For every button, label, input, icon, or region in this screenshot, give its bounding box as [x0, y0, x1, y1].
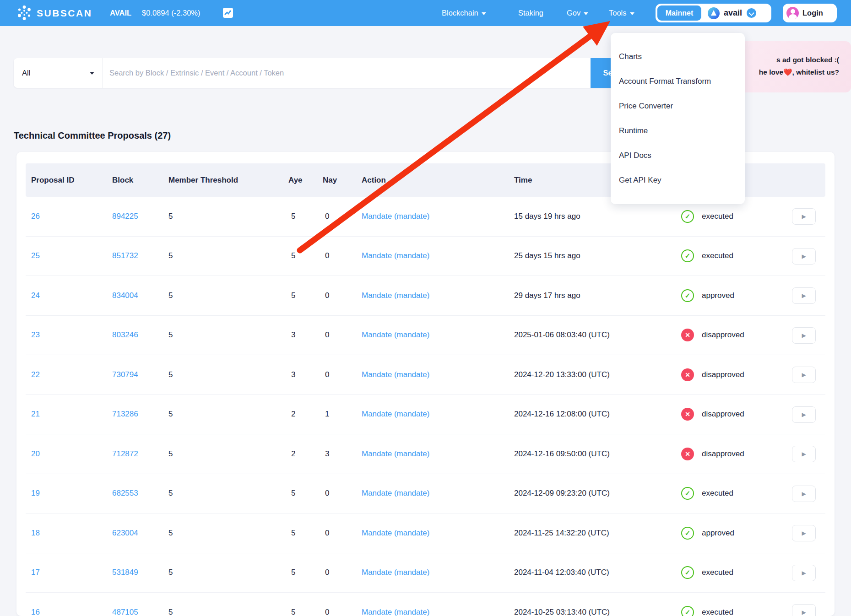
row-detail-button[interactable]: ▶ — [792, 208, 816, 225]
aye-count: 5 — [291, 568, 295, 577]
action-link[interactable]: Mandate (mandate) — [362, 330, 429, 340]
row-detail-button[interactable]: ▶ — [792, 287, 816, 304]
status-icon: ✕ — [681, 329, 694, 341]
row-detail-button[interactable]: ▶ — [792, 525, 816, 541]
menu-item-get-api-key[interactable]: Get API Key — [611, 168, 745, 193]
network-chevron-icon[interactable] — [747, 8, 756, 18]
row-detail-button[interactable]: ▶ — [792, 565, 816, 581]
status-label: executed — [702, 608, 733, 616]
row-detail-button[interactable]: ▶ — [792, 486, 816, 502]
action-link[interactable]: Mandate (mandate) — [362, 489, 429, 498]
nay-count: 0 — [325, 529, 329, 538]
proposal-id-link[interactable]: 16 — [31, 608, 40, 616]
header-aye: Aye — [288, 163, 303, 197]
block-link[interactable]: 623004 — [112, 529, 138, 538]
nav-blockchain[interactable]: Blockchain — [442, 0, 486, 26]
login-button[interactable]: Login — [783, 4, 837, 22]
action-link[interactable]: Mandate (mandate) — [362, 251, 429, 260]
search-input[interactable] — [103, 58, 591, 88]
menu-item-api-docs[interactable]: API Docs — [611, 143, 745, 168]
avail-logo-icon — [708, 7, 720, 19]
menu-item-account-format-transform[interactable]: Account Format Transform — [611, 69, 745, 94]
mainnet-button[interactable]: Mainnet — [657, 5, 701, 21]
block-link[interactable]: 834004 — [112, 291, 138, 300]
action-link[interactable]: Mandate (mandate) — [362, 410, 429, 419]
chevron-down-icon — [482, 12, 486, 15]
row-detail-button[interactable]: ▶ — [792, 604, 816, 616]
login-label: Login — [802, 9, 823, 17]
nay-count: 0 — [325, 370, 329, 379]
row-detail-button[interactable]: ▶ — [792, 446, 816, 462]
top-navbar: SUBSCAN AVAIL $0.0894 (-2.30%) Blockchai… — [0, 0, 851, 26]
member-threshold-value: 5 — [168, 212, 173, 221]
subscan-logo-icon[interactable] — [16, 5, 32, 21]
menu-item-charts[interactable]: Charts — [611, 44, 745, 69]
block-link[interactable]: 531849 — [112, 568, 138, 577]
action-link[interactable]: Mandate (mandate) — [362, 608, 429, 616]
status-icon: ✓ — [681, 487, 694, 500]
block-link[interactable]: 894225 — [112, 212, 138, 221]
action-link[interactable]: Mandate (mandate) — [362, 529, 429, 538]
status-badge: ✓ executed — [681, 606, 733, 616]
block-link[interactable]: 803246 — [112, 330, 138, 340]
proposal-id-link[interactable]: 23 — [31, 330, 40, 340]
menu-item-price-converter[interactable]: Price Converter — [611, 94, 745, 119]
block-link[interactable]: 730794 — [112, 370, 138, 379]
nav-staking[interactable]: Staking — [518, 0, 543, 26]
member-threshold-value: 5 — [168, 529, 173, 538]
header-nay: Nay — [323, 163, 337, 197]
price-chart-icon[interactable] — [223, 8, 233, 18]
proposal-id-link[interactable]: 25 — [31, 251, 40, 260]
chevron-down-icon — [630, 12, 634, 15]
block-link[interactable]: 713286 — [112, 410, 138, 419]
member-threshold-value: 5 — [168, 489, 173, 498]
member-threshold-value: 5 — [168, 251, 173, 260]
nay-count: 3 — [325, 449, 329, 459]
header-action: Action — [362, 163, 386, 197]
table-row: 18 623004 5 5 0 Mandate (mandate) 2024-1… — [26, 513, 825, 553]
aye-count: 5 — [291, 608, 295, 616]
action-link[interactable]: Mandate (mandate) — [362, 291, 429, 300]
proposal-id-link[interactable]: 18 — [31, 529, 40, 538]
proposal-id-link[interactable]: 26 — [31, 212, 40, 221]
proposal-id-link[interactable]: 20 — [31, 449, 40, 459]
status-icon: ✕ — [681, 448, 694, 460]
user-avatar-icon — [786, 7, 799, 19]
status-icon: ✓ — [681, 566, 694, 579]
network-selector: Mainnet avail — [656, 4, 771, 22]
action-link[interactable]: Mandate (mandate) — [362, 568, 429, 577]
block-link[interactable]: 712872 — [112, 449, 138, 459]
menu-item-runtime[interactable]: Runtime — [611, 119, 745, 143]
aye-count: 5 — [291, 212, 295, 221]
header-member-threshold: Member Threshold — [168, 163, 238, 197]
status-label: approved — [702, 291, 734, 300]
proposal-id-link[interactable]: 22 — [31, 370, 40, 379]
search-filter-select[interactable]: All — [14, 58, 103, 88]
table-row: 16 487105 5 5 0 Mandate (mandate) 2024-1… — [26, 593, 825, 616]
status-label: disapproved — [702, 449, 744, 459]
search-filter-value: All — [22, 69, 30, 77]
chevron-down-icon — [90, 72, 94, 75]
nav-tools[interactable]: Tools — [609, 0, 634, 26]
page-title: Technical Committee Proposals (27) — [14, 130, 171, 141]
block-link[interactable]: 682553 — [112, 489, 138, 498]
row-detail-button[interactable]: ▶ — [792, 248, 816, 265]
proposal-id-link[interactable]: 21 — [31, 410, 40, 419]
row-detail-button[interactable]: ▶ — [792, 367, 816, 383]
proposal-id-link[interactable]: 24 — [31, 291, 40, 300]
action-link[interactable]: Mandate (mandate) — [362, 370, 429, 379]
block-link[interactable]: 851732 — [112, 251, 138, 260]
action-link[interactable]: Mandate (mandate) — [362, 449, 429, 459]
action-link[interactable]: Mandate (mandate) — [362, 212, 429, 221]
status-badge: ✕ disapproved — [681, 408, 744, 421]
row-detail-button[interactable]: ▶ — [792, 327, 816, 344]
nay-count: 0 — [325, 608, 329, 616]
status-label: approved — [702, 529, 734, 538]
block-link[interactable]: 487105 — [112, 608, 138, 616]
time-value: 15 days 19 hrs ago — [514, 212, 580, 221]
proposal-id-link[interactable]: 17 — [31, 568, 40, 577]
brand-name[interactable]: SUBSCAN — [37, 0, 92, 26]
row-detail-button[interactable]: ▶ — [792, 406, 816, 423]
nav-gov[interactable]: Gov — [567, 0, 588, 26]
proposal-id-link[interactable]: 19 — [31, 489, 40, 498]
